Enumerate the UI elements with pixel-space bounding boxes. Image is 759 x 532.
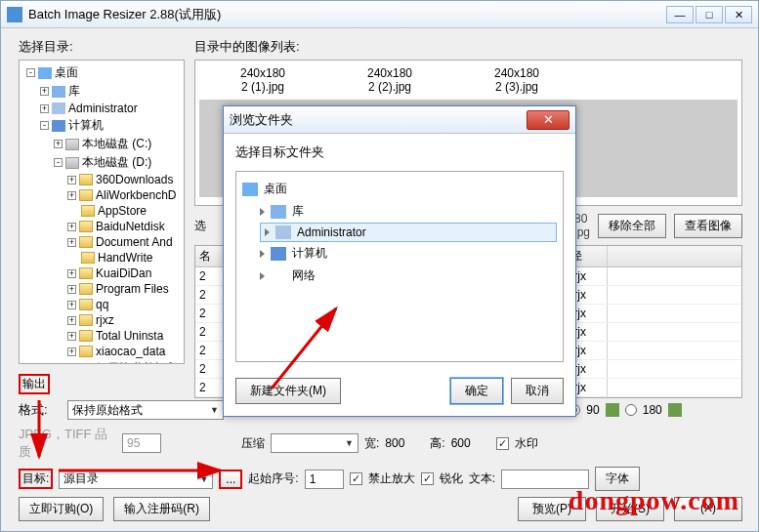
maximize-button[interactable]: □	[696, 6, 723, 23]
expand-icon[interactable]: -	[54, 158, 63, 167]
expand-icon[interactable]: +	[67, 238, 76, 247]
tree-item-label: Document And	[96, 235, 173, 249]
tree-item[interactable]: HandWrite	[20, 250, 184, 266]
expand-icon[interactable]: +	[67, 269, 76, 278]
expand-tri-icon[interactable]	[265, 228, 270, 236]
tree-item-label: AliWorkbenchD	[96, 188, 176, 202]
folder-icon	[79, 314, 93, 326]
jpeg-quality-input[interactable]	[122, 433, 161, 453]
folder-icon	[79, 363, 93, 365]
text-label: 文本:	[469, 471, 495, 487]
start-seq-input[interactable]	[305, 470, 344, 489]
tree-item[interactable]: +好用快递单打印	[20, 359, 184, 364]
tree-item[interactable]: +KuaiDiDan	[20, 266, 184, 281]
expand-icon[interactable]: +	[67, 285, 76, 294]
expand-icon[interactable]: +	[40, 104, 49, 113]
modal-tree-item[interactable]: 库	[260, 200, 557, 223]
modal-folder-tree[interactable]: 桌面库Administrator计算机网络	[235, 171, 564, 362]
modal-item-label: 网络	[292, 267, 316, 284]
close-button[interactable]: ✕	[725, 6, 752, 23]
start-seq-label: 起始序号:	[248, 471, 298, 487]
folder-icon	[79, 189, 93, 201]
width-label: 宽:	[364, 435, 379, 452]
rot-180-radio[interactable]	[625, 404, 637, 416]
expand-icon[interactable]: +	[40, 87, 49, 96]
tree-item[interactable]: -桌面	[20, 63, 184, 82]
modal-tree-item[interactable]: 计算机	[260, 242, 557, 265]
view-image-button[interactable]: 查看图像	[674, 214, 742, 238]
tree-item[interactable]: +qq	[20, 297, 184, 312]
expand-icon[interactable]: -	[40, 121, 49, 130]
tree-item[interactable]: +本地磁盘 (C:)	[20, 135, 184, 153]
tree-item[interactable]: +rjxz	[20, 312, 184, 328]
modal-title: 浏览文件夹	[230, 111, 293, 129]
watermark-checkbox[interactable]	[496, 437, 509, 450]
height-value: 600	[451, 436, 490, 450]
expand-icon[interactable]: +	[67, 191, 76, 200]
expand-icon[interactable]: +	[67, 332, 76, 341]
target-value: 源目录	[63, 471, 99, 487]
tree-item[interactable]: +AliWorkbenchD	[20, 187, 184, 203]
format-combo[interactable]: 保持原始格式▼	[67, 400, 224, 420]
minimize-button[interactable]: —	[666, 6, 694, 23]
order-now-button[interactable]: 立即订购(O)	[19, 497, 104, 521]
remove-all-button[interactable]: 移除全部	[598, 214, 666, 238]
tree-item[interactable]: +Total Uninsta	[20, 328, 184, 344]
format-value: 保持原始格式	[72, 402, 143, 419]
enter-reg-button[interactable]: 输入注册码(R)	[113, 497, 210, 521]
tree-item-label: BaiduNetdisk	[96, 220, 165, 233]
thumbnail-item[interactable]: 240x1802 (3).jpg	[453, 64, 580, 96]
tree-item[interactable]: -本地磁盘 (D:)	[20, 153, 184, 172]
tree-item[interactable]: +BaiduNetdisk	[20, 219, 184, 234]
modal-tree-item[interactable]: 网络	[260, 265, 557, 287]
modal-tree-item[interactable]: 桌面	[242, 178, 557, 200]
expand-icon[interactable]: +	[54, 140, 63, 148]
tree-item-label: 本地磁盘 (D:)	[82, 154, 151, 171]
tree-item-label: Total Uninsta	[96, 329, 163, 343]
compress-label: 压缩	[241, 435, 265, 452]
network-icon	[271, 269, 286, 283]
expand-icon[interactable]: +	[67, 348, 76, 356]
cancel-button[interactable]: 取消	[511, 378, 564, 404]
expand-tri-icon[interactable]	[260, 250, 265, 258]
sharpen-checkbox[interactable]	[421, 472, 434, 485]
tree-item[interactable]: +库	[20, 82, 184, 101]
tree-item-label: 本地磁盘 (C:)	[82, 136, 151, 152]
expand-tri-icon[interactable]	[260, 208, 265, 216]
thumbnail-item[interactable]: 240x1802 (1).jpg	[199, 64, 326, 96]
site-watermark: dongpow.com	[569, 485, 739, 516]
new-folder-button[interactable]: 新建文件夹(M)	[235, 378, 341, 404]
compress-combo[interactable]: ▼	[271, 433, 358, 453]
tree-item[interactable]: +360Downloads	[20, 172, 184, 187]
tree-item-label: 库	[68, 83, 80, 100]
tree-item[interactable]: AppStore	[20, 203, 184, 219]
tree-item[interactable]: +Administrator	[20, 101, 184, 116]
ok-button[interactable]: 确定	[450, 378, 503, 404]
browse-button[interactable]: ...	[219, 470, 242, 489]
app-icon	[7, 7, 22, 22]
select-label: 选	[194, 218, 206, 234]
expand-icon[interactable]: +	[67, 223, 76, 231]
expand-tri-icon[interactable]	[260, 272, 265, 280]
tree-item[interactable]: +xiaocao_data	[20, 344, 184, 359]
desktop-icon	[38, 67, 52, 79]
tree-item-label: Program Files	[96, 282, 169, 296]
expand-icon[interactable]: +	[67, 301, 76, 309]
tree-item[interactable]: -计算机	[20, 116, 184, 135]
tree-item-label: rjxz	[96, 313, 114, 327]
tree-item[interactable]: +Document And	[20, 234, 184, 250]
modal-close-button[interactable]: ✕	[527, 110, 569, 130]
tree-item[interactable]: +Program Files	[20, 281, 184, 297]
target-combo[interactable]: 源目录▼	[59, 470, 213, 489]
modal-item-label: Administrator	[297, 225, 366, 239]
folder-icon	[79, 236, 93, 248]
modal-tree-item[interactable]: Administrator	[260, 223, 557, 242]
thumbnail-item[interactable]: 240x1802 (2).jpg	[326, 64, 453, 96]
directory-tree[interactable]: -桌面+库+Administrator-计算机+本地磁盘 (C:)-本地磁盘 (…	[19, 60, 185, 364]
watermark-label: 水印	[515, 435, 538, 452]
expand-icon[interactable]: +	[67, 316, 76, 325]
no-enlarge-checkbox[interactable]	[350, 472, 362, 485]
expand-icon[interactable]: -	[26, 68, 35, 77]
drive-icon	[65, 139, 79, 150]
expand-icon[interactable]: +	[67, 176, 76, 184]
